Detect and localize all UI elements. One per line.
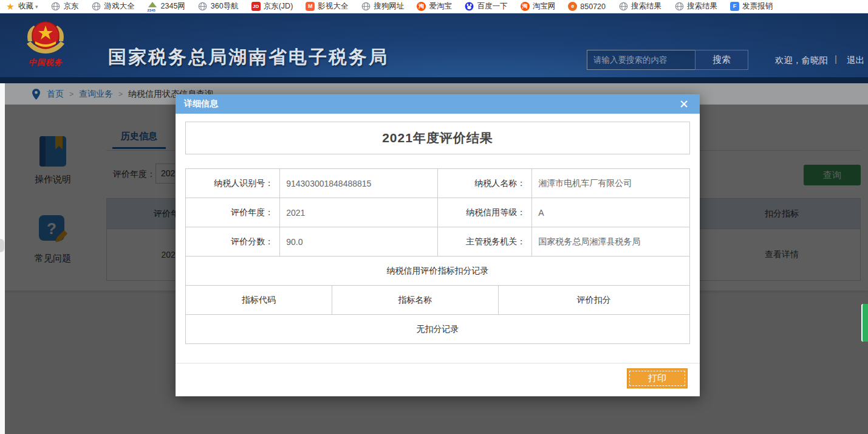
taobao-icon: 淘 [417,2,426,11]
bookmark-item[interactable]: M 影视大全 [306,1,348,12]
globe-icon [92,2,101,12]
search-input[interactable] [587,50,695,70]
evaluation-year-label: 评价年度： [186,198,280,227]
bookmark-favorites[interactable]: ★ 收藏 ▾ [5,1,38,12]
bookmark-label: 2345网 [161,1,185,12]
bookmark-item[interactable]: 游戏大全 [92,1,135,12]
table-row: 无扣分记录 [186,315,690,344]
bookmark-label: 搜索结果 [687,1,717,12]
logout-link[interactable]: 退出 [847,55,864,66]
globe-icon [198,2,208,12]
panel-collapse-handle[interactable] [0,239,4,252]
column-header-indicator-name: 指标名称 [332,286,498,315]
bookmark-label: 京东 [64,1,79,12]
result-title: 2021年度评价结果 [382,129,493,146]
emblem-caption: 中国税务 [22,57,69,68]
globe-icon [618,2,628,12]
bookmark-label: 淘宝网 [533,1,556,12]
column-header-evaluation-deduction: 评价扣分 [498,286,689,315]
bookmark-item[interactable]: 360导航 [198,1,239,12]
bookmark-label: 爱淘宝 [429,1,452,12]
bookmark-label: 京东(JD) [264,1,293,12]
taxpayer-name-value: 湘潭市电机车厂有限公司 [532,169,690,198]
taxpayer-name-label: 纳税人名称： [437,169,531,198]
credit-grade-label: 纳税信用等级： [437,198,531,227]
globe-icon [674,2,684,12]
bookmark-item[interactable]: 京东 [51,1,79,12]
header-bottom-stripe [0,77,868,83]
credit-grade-value: A [532,198,690,227]
video-icon: M [306,2,315,11]
tax-authority-value: 国家税务总局湘潭县税务局 [532,227,690,257]
bookmark-item[interactable]: 搜索结果 [618,1,661,12]
bookmark-label: 影视大全 [318,1,348,12]
table-row: 纳税信用评价指标扣分记录 [186,257,690,286]
bookmark-label: 360导航 [211,1,239,12]
modal-body: 2021年度评价结果 纳税人识别号： 914303001848488815 纳税… [176,114,700,388]
bookmark-item[interactable]: 搜狗网址 [361,1,404,12]
close-icon[interactable]: ✕ [677,98,691,110]
bookmark-item[interactable]: 淘 爱淘宝 [417,1,452,12]
bookmark-label: 850720 [580,2,606,11]
evaluation-score-value: 90.0 [280,227,438,257]
chevron-down-icon: ▾ [35,4,38,10]
site-header: 中国税务 国家税务总局湖南省电子税务局 搜索 欢迎，俞晓阳 | 退出 [0,13,868,77]
right-edge-float-widget[interactable] [861,304,868,342]
orange-icon: e [568,2,577,11]
page: ★ 收藏 ▾ 京东 游戏大全 2345 2345网 360导航 JD 京东(JD… [0,0,868,434]
welcome-text: 欢迎，俞晓阳 [775,55,828,66]
browser-bookmarks-bar: ★ 收藏 ▾ 京东 游戏大全 2345 2345网 360导航 JD 京东(JD… [0,0,868,13]
bookmark-item[interactable]: 淘 淘宝网 [521,1,556,12]
bookmark-label: 游戏大全 [104,1,135,12]
table-row: 评价分数： 90.0 主管税务机关： 国家税务总局湘潭县税务局 [186,227,690,257]
deduction-table: 指标代码 指标名称 评价扣分 无扣分记录 [185,285,690,344]
evaluation-year-value: 2021 [280,198,438,227]
2345-icon: 2345 [148,2,158,12]
star-icon: ★ [5,2,15,12]
header-search: 搜索 [587,50,748,70]
modal-title: 详细信息 [184,98,677,109]
modal-footer: 打印 [185,363,690,388]
search-button[interactable]: 搜索 [695,50,748,70]
taxpayer-id-value: 914303001848488815 [280,169,438,198]
deduction-section-title: 纳税信用评价指标扣分记录 [186,257,690,286]
jd-icon: JD [251,2,261,11]
globe-icon [361,2,371,12]
bookmark-label: 百度一下 [477,1,508,12]
baidu-icon [465,2,474,12]
fapiao-icon: F [730,2,739,11]
modal-titlebar: 详细信息 ✕ [176,94,700,114]
bookmark-label: 搜狗网址 [374,1,404,12]
bookmark-label: 搜索结果 [631,1,661,12]
bookmark-item[interactable]: F 发票报销 [730,1,773,12]
taxpayer-id-label: 纳税人识别号： [186,169,280,198]
bookmark-item[interactable]: 百度一下 [465,1,508,12]
header-separator: | [835,53,837,64]
tax-authority-label: 主管税务机关： [437,227,531,257]
bookmark-item[interactable]: e 850720 [568,2,606,11]
left-edge-panel [0,83,5,434]
no-deduction-record: 无扣分记录 [186,315,690,344]
column-header-indicator-code: 指标代码 [186,286,332,315]
globe-icon [51,2,61,12]
evaluation-score-label: 评价分数： [186,227,280,257]
result-title-box: 2021年度评价结果 [185,122,690,154]
table-header-row: 指标代码 指标名称 评价扣分 [186,286,690,315]
bookmark-label: 收藏 [18,1,33,12]
bookmark-item[interactable]: 2345 2345网 [148,1,185,12]
table-row: 评价年度： 2021 纳税信用等级： A [186,198,690,227]
site-title: 国家税务总局湖南省电子税务局 [108,45,389,70]
taobao-icon: 淘 [521,2,530,11]
bookmark-label: 发票报销 [742,1,773,12]
print-button[interactable]: 打印 [627,368,688,388]
bookmark-item[interactable]: JD 京东(JD) [251,1,293,12]
table-row: 纳税人识别号： 914303001848488815 纳税人名称： 湘潭市电机车… [186,169,690,198]
bookmark-item[interactable]: 搜索结果 [674,1,717,12]
evaluation-info-table: 纳税人识别号： 914303001848488815 纳税人名称： 湘潭市电机车… [185,168,690,286]
detail-info-modal: 详细信息 ✕ 2021年度评价结果 纳税人识别号： 91430300184848… [176,94,700,396]
